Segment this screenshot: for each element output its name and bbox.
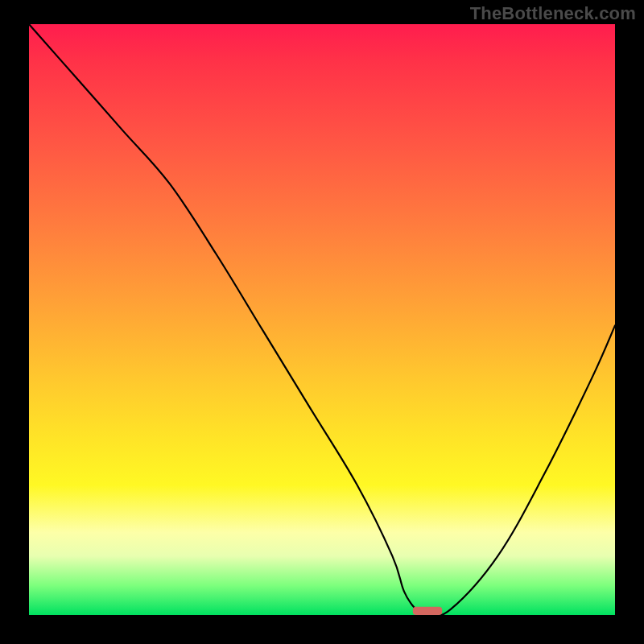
bottleneck-curve-svg [29,24,615,615]
minimum-marker [413,607,442,615]
bottleneck-curve-path [29,24,615,615]
chart-frame: TheBottleneck.com [0,0,644,644]
watermark-text: TheBottleneck.com [470,3,636,24]
